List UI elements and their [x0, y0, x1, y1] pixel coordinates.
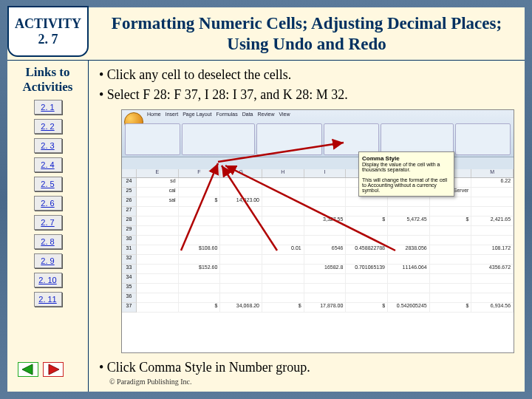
cell: sd: [137, 178, 179, 187]
ribbon-group-clipboard: [125, 123, 180, 155]
activity-link-2-3[interactable]: 2. 3: [34, 138, 62, 153]
bullet-3: • Click Comma Style in Number group.: [99, 360, 514, 375]
row-number: 34: [122, 274, 137, 284]
activity-link-2-8[interactable]: 2. 8: [34, 234, 62, 249]
tooltip-line: This will change the format of the cell …: [362, 177, 447, 193]
col-header: M: [471, 169, 514, 177]
cell: [430, 274, 472, 283]
table-row: [137, 236, 514, 245]
cell: [388, 226, 430, 235]
row-number: 26: [122, 197, 137, 207]
cell: [220, 188, 262, 197]
cell: [220, 284, 262, 293]
cell: [471, 284, 514, 293]
nav-arrows: [18, 362, 64, 377]
tooltip-line: Display the value of the cell with a tho…: [362, 162, 440, 172]
ribbon-tab: Data: [242, 112, 253, 117]
cell: [220, 236, 262, 245]
row-number: 31: [122, 245, 137, 255]
ribbon-tab: Insert: [166, 112, 179, 117]
table-row: [137, 255, 514, 265]
cell: [262, 236, 304, 245]
cell: [262, 255, 304, 264]
cell: cal: [137, 188, 179, 197]
ribbon-group-cells: [455, 123, 511, 155]
activity-link-2-6[interactable]: 2. 6: [34, 196, 62, 211]
activity-link-2-2[interactable]: 2. 2: [34, 119, 62, 134]
ribbon-tab: Home: [147, 112, 161, 117]
row-numbers: 2425262728293031323334353637: [122, 178, 137, 313]
cell: [179, 178, 221, 187]
table-row: $108.600.0165460.4588227882838.056108.17…: [137, 245, 514, 255]
cell: [220, 245, 262, 254]
table-row: calNeedFoodServer: [137, 188, 514, 197]
activity-link-2-11[interactable]: 2. 11: [34, 292, 62, 307]
cell: [262, 207, 304, 216]
cell: [262, 284, 304, 293]
activity-link-2-7[interactable]: 2. 7: [34, 215, 62, 230]
cell: [471, 293, 514, 302]
prev-button[interactable]: [18, 362, 38, 377]
activity-tab: ACTIVITY 2. 7: [7, 6, 89, 57]
col-header: E: [137, 169, 179, 177]
cell: [137, 293, 179, 302]
cell: [137, 284, 179, 293]
cell: [346, 274, 388, 283]
cell: [179, 207, 221, 216]
excel-screenshot: Home Insert Page Layout Formulas Data Re…: [121, 109, 514, 353]
cell: [220, 293, 262, 302]
cell: [430, 293, 472, 302]
cell: $108.60: [179, 245, 221, 254]
next-button[interactable]: [43, 362, 64, 377]
cell: [137, 236, 179, 245]
activity-link-2-1[interactable]: 2. 1: [34, 100, 62, 115]
cell: [471, 207, 514, 216]
excel-ribbon: Home Insert Page Layout Formulas Data Re…: [122, 110, 514, 157]
cell: [304, 207, 347, 216]
cell: $: [430, 303, 472, 312]
cell: [137, 226, 179, 235]
cell: 0.542605245: [388, 303, 430, 312]
cell: [304, 178, 347, 187]
cell: sal: [137, 197, 179, 206]
cell: [304, 197, 347, 206]
cell: [262, 188, 304, 197]
ribbon-group-alignment: [256, 123, 322, 155]
cell: [262, 178, 304, 187]
activity-link-2-5[interactable]: 2. 5: [34, 177, 62, 191]
cell: [220, 265, 262, 273]
cell: [220, 226, 262, 235]
slide: ACTIVITY 2. 7 Formatting Numeric Cells; …: [7, 7, 525, 392]
cell: $: [430, 216, 472, 225]
ribbon-group-font: [182, 123, 255, 155]
activity-number: 2. 7: [38, 32, 58, 47]
cell: [304, 226, 347, 235]
cell: [471, 236, 514, 245]
cell: 14,823.00: [220, 197, 262, 206]
sidebar-title: Links to Activities: [23, 65, 73, 94]
activity-link-2-4[interactable]: 2. 4: [34, 157, 62, 172]
activity-label: ACTIVITY: [15, 16, 81, 32]
cell: 11146.064: [388, 265, 430, 273]
col-header: F: [179, 169, 221, 177]
activity-link-2-10[interactable]: 2. 10: [34, 273, 62, 287]
cell: [430, 197, 472, 206]
activity-link-2-9[interactable]: 2. 9: [34, 253, 62, 268]
cell: [388, 293, 430, 302]
bullet-2: • Select F 28: F 37, I 28: I 37, and K 2…: [99, 87, 514, 103]
column-headers: E F G H I J K L M: [122, 169, 514, 178]
ribbon-tabs: Home Insert Page Layout Formulas Data Re…: [147, 112, 290, 117]
sidebar: Links to Activities 2. 1 2. 2 2. 3 2. 4 …: [7, 61, 89, 392]
row-number: 35: [122, 284, 137, 293]
ribbon-tab: Review: [258, 112, 275, 117]
table-row: [137, 274, 514, 284]
body: Links to Activities 2. 1 2. 2 2. 3 2. 4 …: [7, 61, 525, 392]
row-number: 24: [122, 178, 137, 188]
row-number: 36: [122, 293, 137, 303]
cell: [304, 236, 347, 245]
cell: 3,327.55: [304, 216, 347, 225]
sidebar-title-2: Activities: [23, 80, 73, 94]
row-number: 32: [122, 255, 137, 265]
cell: [262, 274, 304, 283]
cell: $152.60: [179, 265, 221, 273]
